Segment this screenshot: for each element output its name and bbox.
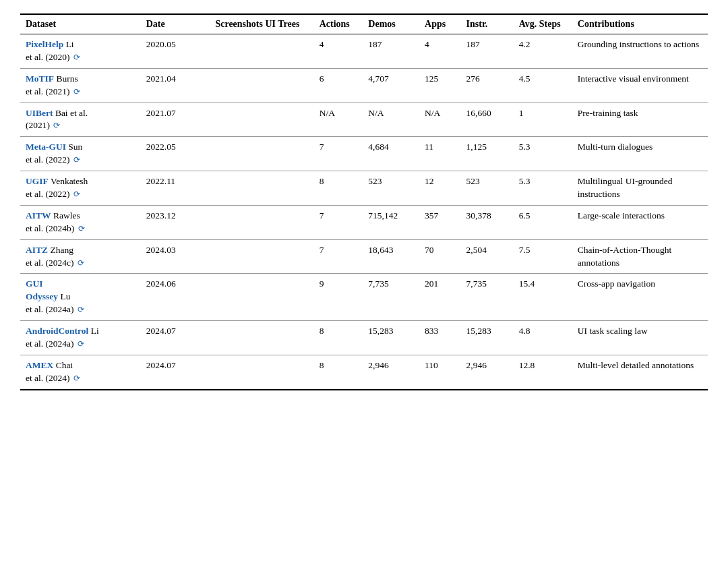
- dataset-link[interactable]: PixelHelp: [26, 39, 63, 49]
- cell-apps: 110: [419, 355, 460, 389]
- cell-dataset: AMEX Chaiet al. (2024) ⟳: [20, 355, 141, 389]
- cell-uitrees: [269, 34, 314, 69]
- col-header-avgsteps: Avg. Steps: [514, 14, 572, 34]
- table-row: MoTIF Burnset al. (2021) ⟳ 2021.04 6 4,7…: [20, 68, 708, 102]
- table-row: UGIF Venkateshet al. (2022) ⟳ 2022.11 8 …: [20, 171, 708, 206]
- cell-instr: 16,660: [461, 102, 514, 137]
- cell-demos: 715,142: [363, 205, 419, 239]
- table-row: UIBert Bai et al.(2021) ⟳ 2021.07 N/A N/…: [20, 102, 708, 137]
- cell-instr: 187: [461, 34, 514, 69]
- cell-demos: 7,735: [363, 274, 419, 321]
- cell-dataset: UIBert Bai et al.(2021) ⟳: [20, 102, 141, 137]
- cell-contributions: Multi-level detailed annotations: [572, 355, 708, 389]
- dataset-link[interactable]: MoTIF: [26, 74, 54, 84]
- cell-apps: 357: [419, 205, 460, 239]
- cell-demos: 187: [363, 34, 419, 69]
- cell-avgsteps: 5.3: [514, 137, 572, 171]
- table-row: GUIOdyssey Luet al. (2024a) ⟳ 2024.06 9 …: [20, 274, 708, 321]
- cell-date: 2021.04: [141, 68, 201, 102]
- col-header-demos: Demos: [363, 14, 419, 34]
- cell-screenshots: [201, 205, 269, 239]
- dataset-link[interactable]: AMEX: [26, 360, 53, 370]
- dataset-link[interactable]: UIBert: [26, 108, 53, 118]
- cell-contributions: Large-scale interactions: [572, 205, 708, 239]
- cell-screenshots: [201, 171, 269, 206]
- cell-date: 2022.11: [141, 171, 201, 206]
- refresh-icon: ⟳: [78, 223, 85, 235]
- cell-avgsteps: 5.3: [514, 171, 572, 206]
- cell-apps: 12: [419, 171, 460, 206]
- cell-uitrees: [269, 321, 314, 355]
- cell-date: 2023.12: [141, 205, 201, 239]
- cell-actions: 9: [314, 274, 363, 321]
- dataset-link[interactable]: Meta-GUI: [26, 142, 66, 152]
- cell-screenshots: [201, 355, 269, 389]
- cell-contributions: Chain-of-Action-Thought annotations: [572, 239, 708, 274]
- cell-contributions: Pre-training task: [572, 102, 708, 137]
- cell-apps: 4: [419, 34, 460, 69]
- refresh-icon: ⟳: [78, 258, 84, 269]
- cell-contributions: Interactive visual environment: [572, 68, 708, 102]
- refresh-icon: ⟳: [53, 120, 60, 131]
- dataset-link[interactable]: AITW: [26, 210, 51, 221]
- dataset-link[interactable]: GUIOdyssey: [26, 279, 58, 301]
- cell-screenshots: [201, 102, 269, 137]
- refresh-icon: ⟳: [73, 86, 80, 98]
- cell-actions: 6: [314, 68, 363, 102]
- cell-dataset: UGIF Venkateshet al. (2022) ⟳: [20, 171, 141, 206]
- cell-instr: 15,283: [461, 321, 514, 355]
- cell-uitrees: [269, 137, 314, 171]
- cell-screenshots: [201, 68, 269, 102]
- cell-apps: 201: [419, 274, 460, 321]
- col-header-date: Date: [141, 14, 201, 34]
- cell-demos: 4,707: [363, 68, 419, 102]
- col-header-contributions: Contributions: [572, 14, 708, 34]
- refresh-icon: ⟳: [73, 373, 80, 384]
- cell-dataset: PixelHelp Liet al. (2020) ⟳: [20, 34, 141, 69]
- dataset-link[interactable]: AITZ: [26, 245, 48, 255]
- cell-screenshots: [201, 34, 269, 69]
- table-wrapper: Dataset Date Screenshots UI Trees Action…: [20, 13, 708, 390]
- cell-contributions: Grounding instructions to actions: [572, 34, 708, 69]
- cell-contributions: Cross-app navigation: [572, 274, 708, 321]
- col-header-screenshots-uitrees: Screenshots UI Trees: [201, 14, 314, 34]
- cell-contributions: Multilingual UI-grounded instructions: [572, 171, 708, 206]
- dataset-table: Dataset Date Screenshots UI Trees Action…: [20, 13, 708, 390]
- cell-screenshots: [201, 274, 269, 321]
- cell-date: 2021.07: [141, 102, 201, 137]
- cell-dataset: AITW Rawleset al. (2024b) ⟳: [20, 205, 141, 239]
- refresh-icon: ⟳: [78, 339, 84, 350]
- cell-uitrees: [269, 171, 314, 206]
- table-row: AndroidControl Liet al. (2024a) ⟳ 2024.0…: [20, 321, 708, 355]
- cell-actions: 8: [314, 171, 363, 206]
- cell-dataset: AITZ Zhanget al. (2024c) ⟳: [20, 239, 141, 274]
- cell-instr: 1,125: [461, 137, 514, 171]
- cell-avgsteps: 15.4: [514, 274, 572, 321]
- col-header-dataset: Dataset: [20, 14, 141, 34]
- table-row: AITW Rawleset al. (2024b) ⟳ 2023.12 7 71…: [20, 205, 708, 239]
- refresh-icon: ⟳: [73, 154, 80, 166]
- cell-actions: 7: [314, 239, 363, 274]
- cell-dataset: Meta-GUI Sunet al. (2022) ⟳: [20, 137, 141, 171]
- cell-actions: 7: [314, 137, 363, 171]
- cell-contributions: Multi-turn dialogues: [572, 137, 708, 171]
- cell-instr: 276: [461, 68, 514, 102]
- cell-screenshots: [201, 239, 269, 274]
- cell-apps: 833: [419, 321, 460, 355]
- cell-apps: 11: [419, 137, 460, 171]
- cell-date: 2020.05: [141, 34, 201, 69]
- cell-instr: 7,735: [461, 274, 514, 321]
- cell-screenshots: [201, 321, 269, 355]
- dataset-link[interactable]: UGIF: [26, 176, 49, 186]
- table-row: Meta-GUI Sunet al. (2022) ⟳ 2022.05 7 4,…: [20, 137, 708, 171]
- refresh-icon: ⟳: [73, 52, 80, 63]
- col-header-apps: Apps: [419, 14, 460, 34]
- cell-instr: 2,946: [461, 355, 514, 389]
- cell-dataset: GUIOdyssey Luet al. (2024a) ⟳: [20, 274, 141, 321]
- cell-uitrees: [269, 355, 314, 389]
- dataset-link[interactable]: AndroidControl: [26, 326, 88, 336]
- cell-dataset: MoTIF Burnset al. (2021) ⟳: [20, 68, 141, 102]
- table-row: AITZ Zhanget al. (2024c) ⟳ 2024.03 7 18,…: [20, 239, 708, 274]
- cell-demos: 4,684: [363, 137, 419, 171]
- cell-demos: 2,946: [363, 355, 419, 389]
